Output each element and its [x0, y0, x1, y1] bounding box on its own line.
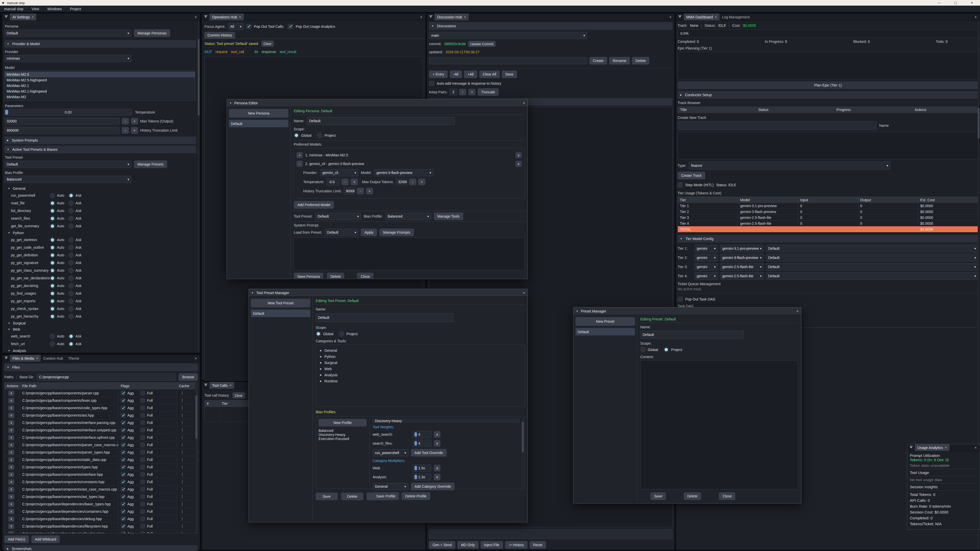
popout-tool-calls-checkbox[interactable] — [246, 24, 251, 29]
tab-close-icon[interactable]: × — [230, 383, 232, 387]
remove-file-button[interactable]: x — [8, 479, 14, 485]
remove-weight-button[interactable]: x — [434, 440, 441, 447]
increment-button[interactable]: + — [418, 179, 425, 185]
full-checkbox[interactable] — [140, 509, 145, 514]
full-checkbox[interactable] — [140, 531, 145, 534]
category-item[interactable]: ▶ Web — [318, 366, 522, 372]
increment-button[interactable]: + — [351, 179, 358, 185]
decrement-button[interactable]: - — [342, 179, 348, 185]
step-mode-checkbox[interactable] — [678, 183, 682, 187]
category-item[interactable]: ▶ General — [318, 348, 522, 354]
base-dir-input[interactable]: C:/projects/gencpp — [37, 373, 176, 381]
weight-slider[interactable]: 4 — [413, 440, 431, 447]
agg-checkbox[interactable] — [121, 406, 125, 410]
full-checkbox[interactable] — [140, 428, 145, 432]
max-tokens-input[interactable]: 32000 — [4, 118, 120, 125]
ask-radio[interactable] — [68, 260, 74, 265]
track-type-dropdown[interactable]: feature — [689, 162, 891, 170]
provider-dropdown[interactable]: gemini_cli — [320, 169, 358, 176]
add-preferred-model-button[interactable]: Add Preferred Model — [294, 201, 334, 209]
tab-close-icon[interactable]: × — [32, 15, 34, 19]
temperature-input[interactable]: -0.0 — [326, 178, 339, 186]
auto-radio[interactable] — [50, 291, 55, 296]
scrollbar-thumb[interactable] — [522, 422, 524, 453]
tab-close-icon[interactable]: × — [36, 356, 38, 360]
reorder-button[interactable]: - — [297, 161, 303, 167]
agg-checkbox[interactable] — [121, 421, 125, 425]
remove-file-button[interactable]: x — [8, 435, 14, 440]
preset-name-input[interactable]: Default — [640, 330, 744, 339]
profile-name-input-clipped[interactable]: Discovery-Heavy — [372, 418, 522, 423]
history-limit-input[interactable]: 900000 — [4, 127, 120, 134]
provider-dropdown[interactable]: gemini — [694, 254, 718, 262]
agg-checkbox[interactable] — [121, 435, 125, 440]
system-prompts-section-header[interactable]: ▶ System Prompts — [4, 137, 196, 144]
clear-status-button[interactable]: Clear — [261, 41, 274, 47]
update-commit-button[interactable]: Update Commit — [468, 41, 496, 47]
plan-epic-button[interactable]: Plan Epic (Tier 1) — [678, 81, 978, 89]
persona-dropdown[interactable]: Default — [766, 272, 978, 280]
ask-radio[interactable] — [68, 216, 74, 221]
list-item[interactable]: Balanced — [318, 429, 367, 433]
scrollbar-thumb[interactable] — [978, 108, 980, 138]
agg-checkbox[interactable] — [121, 398, 125, 403]
action-button[interactable]: -> History — [505, 541, 528, 549]
ask-radio[interactable] — [68, 200, 74, 206]
full-checkbox[interactable] — [140, 457, 145, 462]
provider-model-section-header[interactable]: ▼ Provider & Model — [4, 40, 196, 48]
dock-menu-icon[interactable] — [427, 14, 434, 21]
remove-file-button[interactable]: x — [8, 398, 14, 403]
ask-radio[interactable] — [68, 252, 74, 258]
model-dropdown[interactable]: gemini-2.5-flash-lite — [720, 272, 764, 280]
popout-usage-checkbox[interactable] — [288, 24, 293, 29]
scope-global-radio[interactable] — [316, 331, 321, 337]
panel-tab[interactable]: Theme× — [65, 355, 82, 362]
increment-button[interactable]: + — [131, 127, 138, 134]
chevron-down-icon[interactable]: ▼ — [251, 292, 254, 294]
agg-checkbox[interactable] — [121, 443, 125, 447]
active-tool-presets-section-header[interactable]: ▼ Active Tool Presets & Biases — [4, 146, 196, 153]
remove-file-button[interactable]: x — [8, 487, 14, 492]
ask-radio[interactable] — [68, 341, 74, 347]
increment-button[interactable]: + — [366, 188, 373, 194]
remove-file-button[interactable]: x — [8, 420, 14, 426]
clear-tool-calls-button[interactable]: Clear — [232, 392, 245, 399]
panel-close-icon[interactable]: × — [192, 356, 200, 360]
remove-file-button[interactable]: x — [8, 457, 14, 462]
full-checkbox[interactable] — [140, 494, 145, 499]
provider-dropdown[interactable]: gemini — [694, 272, 718, 280]
ask-radio[interactable] — [68, 333, 74, 339]
remove-file-button[interactable]: x — [8, 413, 14, 418]
list-item[interactable]: Default — [229, 120, 288, 127]
ask-radio[interactable] — [68, 245, 74, 250]
remove-file-button[interactable]: x — [8, 427, 14, 433]
panel-tab[interactable]: Log Management× — [719, 14, 752, 21]
preset-content-textarea[interactable] — [640, 360, 798, 489]
persona-dropdown[interactable]: Default — [766, 245, 978, 252]
load-preset-dropdown[interactable]: Default — [325, 229, 358, 236]
tab-close-icon[interactable]: × — [945, 446, 947, 449]
agg-checkbox[interactable] — [121, 391, 125, 395]
add-category-override-button[interactable]: Add Category Override — [411, 483, 455, 490]
window-control-icon[interactable]: ▢ — [947, 1, 964, 5]
delete-button[interactable]: Delete — [684, 492, 701, 500]
full-checkbox[interactable] — [140, 391, 145, 395]
action-button[interactable]: -All — [450, 70, 462, 78]
ask-radio[interactable] — [68, 283, 74, 289]
agg-checkbox[interactable] — [121, 494, 125, 499]
tool-category-header[interactable]: ▼ Python — [4, 230, 196, 236]
auto-radio[interactable] — [50, 314, 55, 319]
window-control-icon[interactable]: ✕ — [964, 1, 980, 5]
remove-file-button[interactable]: x — [8, 391, 14, 396]
add-wildcard-button[interactable]: Add Wildcard — [32, 535, 60, 543]
agg-checkbox[interactable] — [121, 413, 125, 418]
screenshots-section-header[interactable]: ▶ Screenshots — [4, 545, 198, 551]
persona-dropdown[interactable]: Default — [766, 254, 978, 262]
history-limit-input[interactable]: 900000 — [344, 187, 355, 195]
create-track-button[interactable]: Create Track — [678, 171, 705, 179]
remove-weight-button[interactable]: x — [434, 465, 441, 472]
comms-history-tab[interactable]: Comms History — [204, 32, 235, 38]
panel-close-icon[interactable]: × — [667, 15, 675, 19]
full-checkbox[interactable] — [140, 487, 145, 492]
close-button[interactable]: Close — [719, 492, 735, 500]
